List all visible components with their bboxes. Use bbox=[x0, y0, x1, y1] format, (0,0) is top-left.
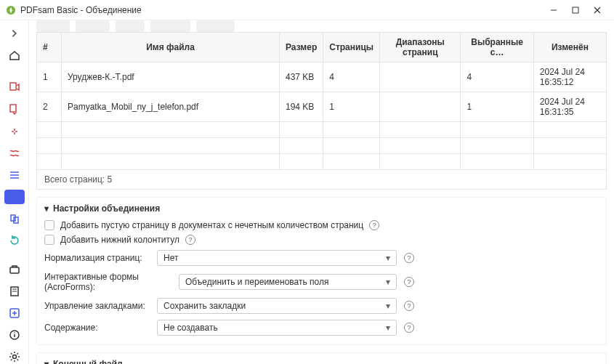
col-selected[interactable]: Выбранные с… bbox=[461, 33, 533, 62]
toc-label: Содержание: bbox=[44, 323, 157, 333]
bookmarks-select[interactable]: Сохранить закладки ▾ bbox=[157, 298, 397, 314]
chevron-down-icon: ▾ bbox=[386, 301, 390, 311]
svg-point-21 bbox=[14, 332, 15, 333]
blank-page-checkbox[interactable] bbox=[44, 220, 54, 230]
toc-select[interactable]: Не создавать ▾ bbox=[157, 320, 397, 336]
table-row-empty bbox=[37, 154, 607, 170]
svg-rect-6 bbox=[10, 105, 16, 112]
chevron-down-icon: ▾ bbox=[386, 253, 390, 263]
sidebar-log-button[interactable] bbox=[4, 306, 25, 320]
col-index[interactable]: # bbox=[37, 33, 62, 62]
table-row[interactable]: 1Уруджев-К.-Т.pdf437 KB442024 Jul 24 16:… bbox=[37, 62, 607, 92]
chevron-down-icon: ▾ bbox=[386, 323, 390, 333]
sidebar-extract-button[interactable] bbox=[4, 146, 25, 161]
help-icon[interactable]: ? bbox=[404, 253, 414, 263]
sidebar-second-merge-button[interactable] bbox=[4, 211, 25, 226]
window-title: PDFsam Basic - Объединение bbox=[20, 5, 543, 15]
sidebar-alternate-mix-button[interactable] bbox=[4, 168, 25, 182]
toc-value: Не создавать bbox=[163, 323, 218, 333]
help-icon[interactable]: ? bbox=[404, 277, 414, 287]
svg-rect-2 bbox=[573, 7, 578, 13]
normalize-select[interactable]: Нет ▾ bbox=[157, 250, 397, 266]
bookmarks-label: Управление закладками: bbox=[44, 301, 157, 311]
table-row[interactable]: 2Pamyatka_Mobil_ny_j_telefon.pdf194 KB11… bbox=[37, 92, 607, 122]
col-filename[interactable]: Имя файла bbox=[62, 33, 280, 62]
acroforms-value: Объединить и переименовать поля bbox=[185, 277, 328, 287]
minimize-button[interactable] bbox=[543, 0, 565, 20]
table-row-empty bbox=[37, 122, 607, 138]
chevron-down-icon: ▾ bbox=[44, 203, 49, 214]
help-icon[interactable]: ? bbox=[404, 301, 414, 311]
table-row-empty bbox=[37, 138, 607, 154]
svg-point-22 bbox=[12, 355, 16, 358]
tab-placeholder-1[interactable] bbox=[36, 20, 70, 32]
sidebar-info-button[interactable] bbox=[4, 328, 25, 342]
help-icon[interactable]: ? bbox=[404, 323, 414, 333]
help-icon[interactable]: ? bbox=[185, 235, 195, 245]
sidebar bbox=[0, 20, 29, 364]
acroforms-label: Интерактивные формы (AcroForms): bbox=[44, 272, 179, 292]
sidebar-workspace-button[interactable] bbox=[4, 262, 25, 277]
output-title: Конечный файл bbox=[53, 359, 123, 364]
svg-rect-13 bbox=[14, 217, 18, 223]
output-section: ▾ Конечный файл Обзор Заменить, если уже… bbox=[36, 352, 607, 364]
files-table[interactable]: # Имя файла Размер Страницы Диапазоны ст… bbox=[36, 32, 607, 170]
tab-placeholder-5[interactable] bbox=[196, 20, 234, 32]
sidebar-expand-button[interactable] bbox=[4, 26, 25, 41]
sidebar-rotate-button[interactable] bbox=[4, 233, 25, 248]
normalize-label: Нормализация страниц: bbox=[44, 253, 157, 263]
col-size[interactable]: Размер bbox=[280, 33, 323, 62]
help-icon[interactable]: ? bbox=[369, 220, 379, 230]
svg-rect-12 bbox=[11, 215, 15, 221]
tab-placeholder-4[interactable] bbox=[150, 20, 191, 32]
sidebar-home-button[interactable] bbox=[4, 48, 25, 62]
sidebar-settings-button[interactable] bbox=[4, 349, 25, 364]
chevron-down-icon: ▾ bbox=[386, 277, 390, 287]
col-pages[interactable]: Страницы bbox=[323, 33, 380, 62]
bookmarks-value: Сохранить закладки bbox=[163, 301, 246, 311]
titlebar: PDFsam Basic - Объединение bbox=[0, 0, 614, 20]
col-modified[interactable]: Изменён bbox=[533, 33, 606, 62]
close-button[interactable] bbox=[586, 0, 608, 20]
footer-label: Добавить нижний колонтитул bbox=[60, 235, 179, 245]
merge-settings-section: ▾ Настройки объединения Добавить пустую … bbox=[36, 197, 607, 345]
merge-settings-toggle[interactable]: ▾ Настройки объединения bbox=[44, 203, 599, 214]
svg-rect-14 bbox=[10, 267, 19, 273]
main-panel: # Имя файла Размер Страницы Диапазоны ст… bbox=[29, 20, 614, 364]
output-section-toggle[interactable]: ▾ Конечный файл bbox=[44, 359, 599, 364]
svg-rect-5 bbox=[10, 83, 16, 90]
tabbar bbox=[29, 20, 614, 32]
sidebar-split-button[interactable] bbox=[4, 80, 25, 94]
col-ranges[interactable]: Диапазоны страниц bbox=[380, 33, 461, 62]
sidebar-split-size-button[interactable] bbox=[4, 102, 25, 116]
blank-page-label: Добавить пустую страницу в документах с … bbox=[60, 220, 363, 230]
merge-settings-title: Настройки объединения bbox=[53, 203, 160, 214]
footer-checkbox[interactable] bbox=[44, 235, 54, 245]
tab-placeholder-2[interactable] bbox=[76, 20, 109, 32]
sidebar-split-bookmarks-button[interactable] bbox=[4, 124, 25, 138]
app-logo-icon bbox=[6, 5, 16, 15]
sidebar-merge-button[interactable] bbox=[4, 190, 25, 204]
acroforms-select[interactable]: Объединить и переименовать поля ▾ bbox=[179, 274, 397, 290]
chevron-down-icon: ▾ bbox=[44, 359, 49, 364]
tab-placeholder-3[interactable] bbox=[116, 20, 145, 32]
normalize-value: Нет bbox=[163, 253, 178, 263]
total-pages-label: Всего страниц: 5 bbox=[36, 170, 607, 190]
sidebar-tasks-button[interactable] bbox=[4, 284, 25, 299]
maximize-button[interactable] bbox=[565, 0, 586, 20]
